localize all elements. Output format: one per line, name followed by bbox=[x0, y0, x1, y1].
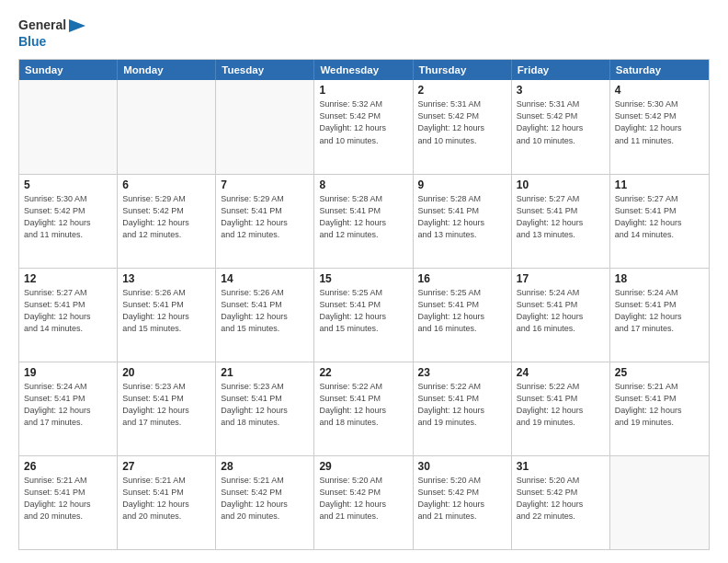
day-info: Sunrise: 5:21 AM Sunset: 5:41 PM Dayligh… bbox=[615, 381, 704, 429]
day-cell-25: 25Sunrise: 5:21 AM Sunset: 5:41 PM Dayli… bbox=[610, 362, 709, 455]
empty-cell-0-2 bbox=[216, 80, 314, 173]
day-number: 3 bbox=[517, 84, 605, 97]
day-info: Sunrise: 5:29 AM Sunset: 5:42 PM Dayligh… bbox=[122, 193, 210, 241]
day-number: 30 bbox=[418, 460, 506, 473]
day-cell-5: 5Sunrise: 5:30 AM Sunset: 5:42 PM Daylig… bbox=[19, 175, 118, 268]
day-cell-20: 20Sunrise: 5:23 AM Sunset: 5:41 PM Dayli… bbox=[118, 362, 216, 455]
day-cell-6: 6Sunrise: 5:29 AM Sunset: 5:42 PM Daylig… bbox=[118, 175, 216, 268]
day-number: 28 bbox=[221, 460, 309, 473]
day-info: Sunrise: 5:20 AM Sunset: 5:42 PM Dayligh… bbox=[517, 475, 605, 523]
day-info: Sunrise: 5:21 AM Sunset: 5:41 PM Dayligh… bbox=[122, 475, 210, 523]
day-cell-16: 16Sunrise: 5:25 AM Sunset: 5:41 PM Dayli… bbox=[414, 269, 512, 362]
day-cell-4: 4Sunrise: 5:30 AM Sunset: 5:42 PM Daylig… bbox=[610, 80, 709, 173]
day-cell-12: 12Sunrise: 5:27 AM Sunset: 5:41 PM Dayli… bbox=[19, 269, 118, 362]
day-cell-17: 17Sunrise: 5:24 AM Sunset: 5:41 PM Dayli… bbox=[512, 269, 610, 362]
day-cell-1: 1Sunrise: 5:32 AM Sunset: 5:42 PM Daylig… bbox=[314, 80, 413, 173]
weekday-header-friday: Friday bbox=[512, 60, 610, 80]
day-info: Sunrise: 5:32 AM Sunset: 5:42 PM Dayligh… bbox=[319, 98, 407, 146]
weekday-header-sunday: Sunday bbox=[19, 60, 118, 80]
day-info: Sunrise: 5:26 AM Sunset: 5:41 PM Dayligh… bbox=[122, 287, 210, 335]
calendar-row-5: 26Sunrise: 5:21 AM Sunset: 5:41 PM Dayli… bbox=[19, 456, 709, 549]
day-number: 11 bbox=[615, 178, 704, 191]
calendar-row-1: 1Sunrise: 5:32 AM Sunset: 5:42 PM Daylig… bbox=[19, 80, 709, 174]
day-cell-15: 15Sunrise: 5:25 AM Sunset: 5:41 PM Dayli… bbox=[314, 269, 413, 362]
day-number: 18 bbox=[615, 272, 704, 285]
day-cell-29: 29Sunrise: 5:20 AM Sunset: 5:42 PM Dayli… bbox=[314, 456, 413, 549]
empty-cell-0-0 bbox=[19, 80, 118, 173]
page: General Blue SundayMondayTuesdayWednesda… bbox=[0, 0, 728, 563]
day-number: 26 bbox=[24, 460, 112, 473]
day-number: 19 bbox=[24, 366, 112, 379]
day-cell-13: 13Sunrise: 5:26 AM Sunset: 5:41 PM Dayli… bbox=[118, 269, 216, 362]
day-info: Sunrise: 5:28 AM Sunset: 5:41 PM Dayligh… bbox=[319, 193, 407, 241]
day-number: 7 bbox=[221, 178, 309, 191]
day-info: Sunrise: 5:30 AM Sunset: 5:42 PM Dayligh… bbox=[615, 98, 704, 146]
day-cell-10: 10Sunrise: 5:27 AM Sunset: 5:41 PM Dayli… bbox=[512, 175, 610, 268]
day-info: Sunrise: 5:21 AM Sunset: 5:41 PM Dayligh… bbox=[24, 475, 112, 523]
day-number: 12 bbox=[24, 272, 112, 285]
day-number: 8 bbox=[319, 178, 407, 191]
day-info: Sunrise: 5:24 AM Sunset: 5:41 PM Dayligh… bbox=[24, 381, 112, 429]
day-cell-24: 24Sunrise: 5:22 AM Sunset: 5:41 PM Dayli… bbox=[512, 362, 610, 455]
day-number: 9 bbox=[418, 178, 506, 191]
day-cell-31: 31Sunrise: 5:20 AM Sunset: 5:42 PM Dayli… bbox=[512, 456, 610, 549]
day-info: Sunrise: 5:27 AM Sunset: 5:41 PM Dayligh… bbox=[24, 287, 112, 335]
weekday-header-monday: Monday bbox=[118, 60, 216, 80]
day-cell-18: 18Sunrise: 5:24 AM Sunset: 5:41 PM Dayli… bbox=[610, 269, 709, 362]
day-number: 29 bbox=[319, 460, 407, 473]
calendar-row-2: 5Sunrise: 5:30 AM Sunset: 5:42 PM Daylig… bbox=[19, 175, 709, 269]
day-info: Sunrise: 5:29 AM Sunset: 5:41 PM Dayligh… bbox=[221, 193, 309, 241]
day-info: Sunrise: 5:27 AM Sunset: 5:41 PM Dayligh… bbox=[615, 193, 704, 241]
day-number: 25 bbox=[615, 366, 704, 379]
day-number: 5 bbox=[24, 178, 112, 191]
day-number: 31 bbox=[517, 460, 605, 473]
day-cell-23: 23Sunrise: 5:22 AM Sunset: 5:41 PM Dayli… bbox=[414, 362, 512, 455]
calendar-row-4: 19Sunrise: 5:24 AM Sunset: 5:41 PM Dayli… bbox=[19, 362, 709, 456]
day-info: Sunrise: 5:22 AM Sunset: 5:41 PM Dayligh… bbox=[319, 381, 407, 429]
day-number: 17 bbox=[517, 272, 605, 285]
day-cell-3: 3Sunrise: 5:31 AM Sunset: 5:42 PM Daylig… bbox=[512, 80, 610, 173]
day-info: Sunrise: 5:30 AM Sunset: 5:42 PM Dayligh… bbox=[24, 193, 112, 241]
day-number: 16 bbox=[418, 272, 506, 285]
day-number: 10 bbox=[517, 178, 605, 191]
day-cell-9: 9Sunrise: 5:28 AM Sunset: 5:41 PM Daylig… bbox=[414, 175, 512, 268]
day-number: 23 bbox=[418, 366, 506, 379]
day-info: Sunrise: 5:24 AM Sunset: 5:41 PM Dayligh… bbox=[615, 287, 704, 335]
day-info: Sunrise: 5:22 AM Sunset: 5:41 PM Dayligh… bbox=[418, 381, 506, 429]
day-info: Sunrise: 5:28 AM Sunset: 5:41 PM Dayligh… bbox=[418, 193, 506, 241]
day-number: 14 bbox=[221, 272, 309, 285]
day-cell-2: 2Sunrise: 5:31 AM Sunset: 5:42 PM Daylig… bbox=[414, 80, 512, 173]
calendar-row-3: 12Sunrise: 5:27 AM Sunset: 5:41 PM Dayli… bbox=[19, 269, 709, 362]
calendar-body: 1Sunrise: 5:32 AM Sunset: 5:42 PM Daylig… bbox=[19, 80, 709, 549]
weekday-header-wednesday: Wednesday bbox=[314, 60, 413, 80]
weekday-header-saturday: Saturday bbox=[610, 60, 709, 80]
day-cell-30: 30Sunrise: 5:20 AM Sunset: 5:42 PM Dayli… bbox=[414, 456, 512, 549]
logo: General Blue bbox=[18, 17, 85, 50]
svg-marker-0 bbox=[69, 19, 85, 32]
day-cell-22: 22Sunrise: 5:22 AM Sunset: 5:41 PM Dayli… bbox=[314, 362, 413, 455]
day-info: Sunrise: 5:20 AM Sunset: 5:42 PM Dayligh… bbox=[319, 475, 407, 523]
day-cell-21: 21Sunrise: 5:23 AM Sunset: 5:41 PM Dayli… bbox=[216, 362, 314, 455]
day-number: 6 bbox=[122, 178, 210, 191]
day-cell-11: 11Sunrise: 5:27 AM Sunset: 5:41 PM Dayli… bbox=[610, 175, 709, 268]
day-cell-28: 28Sunrise: 5:21 AM Sunset: 5:42 PM Dayli… bbox=[216, 456, 314, 549]
day-info: Sunrise: 5:24 AM Sunset: 5:41 PM Dayligh… bbox=[517, 287, 605, 335]
day-info: Sunrise: 5:23 AM Sunset: 5:41 PM Dayligh… bbox=[221, 381, 309, 429]
day-number: 21 bbox=[221, 366, 309, 379]
day-number: 27 bbox=[122, 460, 210, 473]
day-number: 20 bbox=[122, 366, 210, 379]
day-cell-14: 14Sunrise: 5:26 AM Sunset: 5:41 PM Dayli… bbox=[216, 269, 314, 362]
day-cell-19: 19Sunrise: 5:24 AM Sunset: 5:41 PM Dayli… bbox=[19, 362, 118, 455]
day-info: Sunrise: 5:25 AM Sunset: 5:41 PM Dayligh… bbox=[418, 287, 506, 335]
day-cell-8: 8Sunrise: 5:28 AM Sunset: 5:41 PM Daylig… bbox=[314, 175, 413, 268]
day-info: Sunrise: 5:31 AM Sunset: 5:42 PM Dayligh… bbox=[418, 98, 506, 146]
day-number: 1 bbox=[319, 84, 407, 97]
logo-text: General Blue bbox=[18, 17, 85, 50]
day-number: 24 bbox=[517, 366, 605, 379]
day-cell-26: 26Sunrise: 5:21 AM Sunset: 5:41 PM Dayli… bbox=[19, 456, 118, 549]
empty-cell-4-6 bbox=[610, 456, 709, 549]
day-info: Sunrise: 5:22 AM Sunset: 5:41 PM Dayligh… bbox=[517, 381, 605, 429]
day-cell-27: 27Sunrise: 5:21 AM Sunset: 5:41 PM Dayli… bbox=[118, 456, 216, 549]
calendar-header: SundayMondayTuesdayWednesdayThursdayFrid… bbox=[19, 60, 709, 80]
calendar: SundayMondayTuesdayWednesdayThursdayFrid… bbox=[18, 59, 710, 550]
